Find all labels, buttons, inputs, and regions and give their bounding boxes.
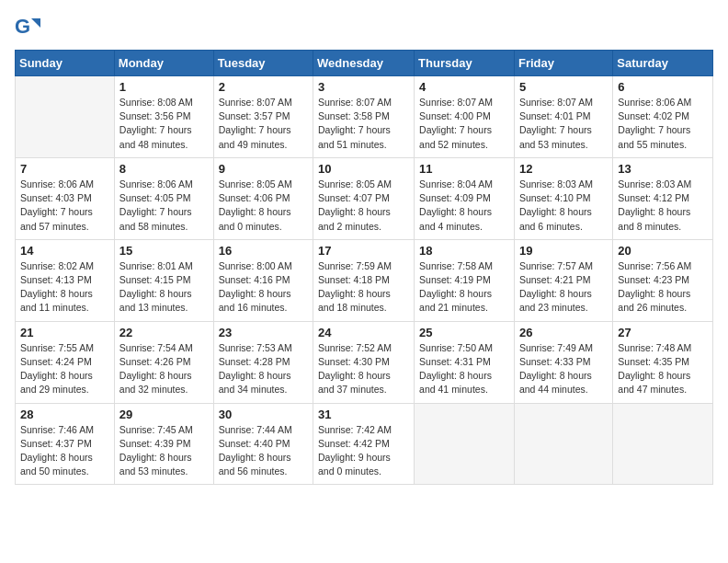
day-info: Sunrise: 8:07 AMSunset: 4:00 PMDaylight:… <box>419 96 509 152</box>
day-info: Sunrise: 8:05 AMSunset: 4:06 PMDaylight:… <box>219 178 308 234</box>
day-info: Sunrise: 8:06 AMSunset: 4:05 PMDaylight:… <box>119 178 209 234</box>
dow-tuesday: Tuesday <box>213 51 313 76</box>
calendar-cell: 1Sunrise: 8:08 AMSunset: 3:56 PMDaylight… <box>114 76 213 158</box>
calendar-cell: 14Sunrise: 8:02 AMSunset: 4:13 PMDayligh… <box>16 239 115 321</box>
day-number: 15 <box>119 244 209 258</box>
day-number: 27 <box>618 326 708 339</box>
day-info: Sunrise: 7:56 AMSunset: 4:23 PMDaylight:… <box>618 259 708 316</box>
calendar-cell <box>613 403 713 485</box>
calendar-cell: 12Sunrise: 8:03 AMSunset: 4:10 PMDayligh… <box>514 157 612 239</box>
calendar-cell: 27Sunrise: 7:48 AMSunset: 4:35 PMDayligh… <box>613 321 713 403</box>
page-header: G <box>15 15 713 40</box>
day-number: 21 <box>20 326 109 339</box>
day-info: Sunrise: 8:06 AMSunset: 4:03 PMDaylight:… <box>20 178 109 234</box>
calendar-cell: 31Sunrise: 7:42 AMSunset: 4:42 PMDayligh… <box>313 403 415 485</box>
day-number: 17 <box>318 244 409 258</box>
calendar-cell: 5Sunrise: 8:07 AMSunset: 4:01 PMDaylight… <box>514 76 612 158</box>
calendar-cell: 19Sunrise: 7:57 AMSunset: 4:21 PMDayligh… <box>514 239 612 321</box>
calendar-cell: 23Sunrise: 7:53 AMSunset: 4:28 PMDayligh… <box>213 321 313 403</box>
day-info: Sunrise: 7:44 AMSunset: 4:40 PMDaylight:… <box>219 423 308 479</box>
day-number: 14 <box>20 244 109 258</box>
day-info: Sunrise: 7:53 AMSunset: 4:28 PMDaylight:… <box>219 341 308 397</box>
calendar-cell: 28Sunrise: 7:46 AMSunset: 4:37 PMDayligh… <box>16 403 115 485</box>
calendar-cell: 26Sunrise: 7:49 AMSunset: 4:33 PMDayligh… <box>514 321 612 403</box>
day-number: 16 <box>219 244 308 258</box>
day-info: Sunrise: 7:57 AMSunset: 4:21 PMDaylight:… <box>519 259 608 316</box>
day-number: 5 <box>519 80 608 94</box>
calendar-cell: 10Sunrise: 8:05 AMSunset: 4:07 PMDayligh… <box>313 157 415 239</box>
day-number: 13 <box>618 162 708 176</box>
day-number: 31 <box>318 408 409 421</box>
day-info: Sunrise: 8:07 AMSunset: 3:58 PMDaylight:… <box>318 96 409 152</box>
calendar-cell: 11Sunrise: 8:04 AMSunset: 4:09 PMDayligh… <box>415 157 515 239</box>
calendar-cell: 29Sunrise: 7:45 AMSunset: 4:39 PMDayligh… <box>114 403 213 485</box>
calendar-cell: 2Sunrise: 8:07 AMSunset: 3:57 PMDaylight… <box>213 76 313 158</box>
calendar-cell <box>16 76 115 158</box>
svg-marker-1 <box>31 18 40 28</box>
day-info: Sunrise: 8:08 AMSunset: 3:56 PMDaylight:… <box>119 96 209 152</box>
day-number: 11 <box>419 162 509 176</box>
calendar-header-row: SundayMondayTuesdayWednesdayThursdayFrid… <box>16 51 713 76</box>
day-info: Sunrise: 7:46 AMSunset: 4:37 PMDaylight:… <box>20 423 109 479</box>
calendar-cell: 25Sunrise: 7:50 AMSunset: 4:31 PMDayligh… <box>415 321 515 403</box>
day-number: 29 <box>119 408 209 421</box>
dow-wednesday: Wednesday <box>313 51 415 76</box>
day-number: 30 <box>219 408 308 421</box>
dow-sunday: Sunday <box>16 51 115 76</box>
day-number: 8 <box>119 162 209 176</box>
day-info: Sunrise: 7:42 AMSunset: 4:42 PMDaylight:… <box>318 423 409 479</box>
calendar-cell: 13Sunrise: 8:03 AMSunset: 4:12 PMDayligh… <box>613 157 713 239</box>
day-info: Sunrise: 8:05 AMSunset: 4:07 PMDaylight:… <box>318 178 409 234</box>
day-info: Sunrise: 7:49 AMSunset: 4:33 PMDaylight:… <box>519 341 608 397</box>
calendar-cell: 20Sunrise: 7:56 AMSunset: 4:23 PMDayligh… <box>613 239 713 321</box>
day-info: Sunrise: 7:50 AMSunset: 4:31 PMDaylight:… <box>419 341 509 397</box>
day-number: 1 <box>119 80 209 94</box>
calendar-cell: 30Sunrise: 7:44 AMSunset: 4:40 PMDayligh… <box>213 403 313 485</box>
calendar-cell: 24Sunrise: 7:52 AMSunset: 4:30 PMDayligh… <box>313 321 415 403</box>
day-info: Sunrise: 8:04 AMSunset: 4:09 PMDaylight:… <box>419 178 509 234</box>
day-number: 20 <box>618 244 708 258</box>
day-number: 28 <box>20 408 109 421</box>
day-number: 22 <box>119 326 209 339</box>
day-number: 6 <box>618 80 708 94</box>
day-info: Sunrise: 7:45 AMSunset: 4:39 PMDaylight:… <box>119 423 209 479</box>
day-info: Sunrise: 8:03 AMSunset: 4:12 PMDaylight:… <box>618 178 708 234</box>
day-number: 9 <box>219 162 308 176</box>
day-info: Sunrise: 8:06 AMSunset: 4:02 PMDaylight:… <box>618 96 708 152</box>
dow-saturday: Saturday <box>613 51 713 76</box>
day-info: Sunrise: 7:58 AMSunset: 4:19 PMDaylight:… <box>419 259 509 316</box>
dow-monday: Monday <box>114 51 213 76</box>
day-number: 7 <box>20 162 109 176</box>
day-info: Sunrise: 8:07 AMSunset: 4:01 PMDaylight:… <box>519 96 608 152</box>
logo: G <box>15 15 44 40</box>
calendar-cell: 18Sunrise: 7:58 AMSunset: 4:19 PMDayligh… <box>415 239 515 321</box>
day-info: Sunrise: 8:03 AMSunset: 4:10 PMDaylight:… <box>519 178 608 234</box>
calendar-cell: 17Sunrise: 7:59 AMSunset: 4:18 PMDayligh… <box>313 239 415 321</box>
calendar-cell: 4Sunrise: 8:07 AMSunset: 4:00 PMDaylight… <box>415 76 515 158</box>
day-number: 19 <box>519 244 608 258</box>
day-number: 2 <box>219 80 308 94</box>
day-number: 23 <box>219 326 308 339</box>
day-info: Sunrise: 7:48 AMSunset: 4:35 PMDaylight:… <box>618 341 708 397</box>
day-info: Sunrise: 8:01 AMSunset: 4:15 PMDaylight:… <box>119 259 209 316</box>
calendar-cell: 22Sunrise: 7:54 AMSunset: 4:26 PMDayligh… <box>114 321 213 403</box>
day-info: Sunrise: 8:07 AMSunset: 3:57 PMDaylight:… <box>219 96 308 152</box>
day-number: 4 <box>419 80 509 94</box>
calendar-cell: 8Sunrise: 8:06 AMSunset: 4:05 PMDaylight… <box>114 157 213 239</box>
day-info: Sunrise: 7:54 AMSunset: 4:26 PMDaylight:… <box>119 341 209 397</box>
calendar-cell <box>415 403 515 485</box>
day-number: 12 <box>519 162 608 176</box>
calendar-cell: 16Sunrise: 8:00 AMSunset: 4:16 PMDayligh… <box>213 239 313 321</box>
calendar-cell: 6Sunrise: 8:06 AMSunset: 4:02 PMDaylight… <box>613 76 713 158</box>
day-info: Sunrise: 7:52 AMSunset: 4:30 PMDaylight:… <box>318 341 409 397</box>
calendar-cell: 3Sunrise: 8:07 AMSunset: 3:58 PMDaylight… <box>313 76 415 158</box>
day-number: 26 <box>519 326 608 339</box>
dow-friday: Friday <box>514 51 612 76</box>
calendar-cell: 9Sunrise: 8:05 AMSunset: 4:06 PMDaylight… <box>213 157 313 239</box>
day-info: Sunrise: 8:02 AMSunset: 4:13 PMDaylight:… <box>20 259 109 316</box>
calendar-cell: 7Sunrise: 8:06 AMSunset: 4:03 PMDaylight… <box>16 157 115 239</box>
day-number: 3 <box>318 80 409 94</box>
logo-icon: G <box>15 15 40 40</box>
svg-text:G: G <box>15 15 30 38</box>
calendar-cell: 15Sunrise: 8:01 AMSunset: 4:15 PMDayligh… <box>114 239 213 321</box>
